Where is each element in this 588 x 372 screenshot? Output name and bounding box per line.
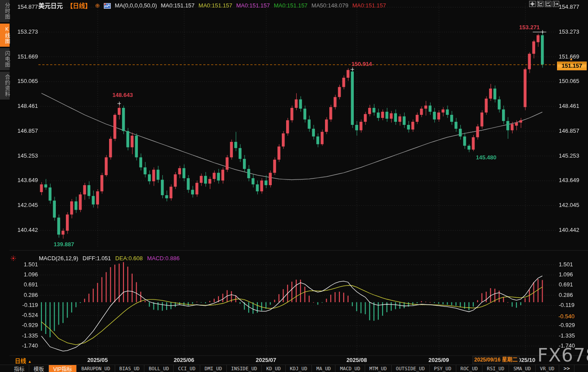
- price-axis-right-6: 145.253: [559, 152, 587, 159]
- bottom-tab-PSY_UD[interactable]: PSY_UD: [430, 365, 456, 372]
- price-axis-left-1: 153.273: [10, 28, 38, 35]
- add-indicator-icon[interactable]: ⊕: [95, 3, 100, 8]
- price-axis-right-3: 150.065: [559, 78, 587, 84]
- price-axis-left-9: 140.442: [10, 227, 38, 233]
- macd-diff-value: DIFF:1.051: [82, 255, 111, 262]
- bottom-tab-DMI_UD[interactable]: DMI_UD: [200, 365, 227, 372]
- macd-params-label: MACD(26,12,9): [39, 255, 78, 262]
- price-axis-left-0: 154.877: [10, 3, 38, 10]
- indicator-tab-bar: 指标模板VIP指标BARUPDN_UDBIAS_UDBOLL_UDCCI_UDD…: [0, 365, 588, 372]
- bottom-tab-SMA_UD[interactable]: SMA_UD: [509, 365, 536, 372]
- price-up-arrow-icon: ▲: [569, 57, 573, 61]
- macd-axis-right-2: 0.691: [559, 281, 587, 288]
- bottom-tab-INSIDE_UD[interactable]: INSIDE_UD: [227, 365, 262, 372]
- bottom-tab->>[interactable]: >>: [559, 365, 574, 372]
- price-axis-left-2: 151.669: [10, 53, 38, 60]
- price-annotation-150.914: 150.914: [352, 61, 372, 67]
- ma-legend-items: MA(0,0,0,0,50,0)MA0:151.157MA0:151.157MA…: [115, 2, 386, 9]
- month-label-2025/06: 2025/06: [167, 357, 202, 363]
- macd-axis-right-6: -0.929: [559, 322, 587, 328]
- bottom-tab-BARUPDN_UD[interactable]: BARUPDN_UD: [77, 365, 115, 372]
- bottom-tab-VR_UD[interactable]: VR_UD: [536, 365, 559, 372]
- crosshair-icon[interactable]: [529, 1, 536, 7]
- price-axis-right-8: 142.045: [559, 202, 587, 208]
- macd-axis-left-0: 1.501: [10, 261, 38, 268]
- ma-legend-2: MA0:151.157: [198, 2, 232, 9]
- indicator-settings-icon[interactable]: [10, 255, 16, 261]
- macd-axis-left-7: -1.335: [10, 332, 38, 339]
- fx678-watermark: FX678: [537, 344, 588, 366]
- ma-legend-5: MA50:148.079: [311, 2, 349, 9]
- price-annotation-139.887: 139.887: [46, 241, 81, 248]
- price-annotation-153.271: 153.271: [487, 24, 540, 31]
- ma-legend-3: MA0:151.157: [236, 2, 270, 9]
- month-label-2025/07: 2025/07: [249, 357, 284, 363]
- macd-axis-right-3: 0.286: [559, 292, 587, 298]
- sidebar-item-分时图[interactable]: 分时图: [0, 0, 10, 22]
- bottom-tab-OUTSIDE_UD[interactable]: OUTSIDE_UD: [392, 365, 430, 372]
- sidebar-item-闪电图[interactable]: 闪电图: [0, 48, 10, 70]
- bottom-tab-VIP指标[interactable]: VIP指标: [49, 365, 77, 372]
- bottom-tab-ROC_UD[interactable]: ROC_UD: [456, 365, 483, 372]
- bottom-tab-模板[interactable]: 模板: [29, 365, 49, 372]
- price-axis-left-6: 145.253: [10, 152, 38, 159]
- zoom-y-axis-icon[interactable]: [537, 1, 544, 7]
- zoom-x-axis-icon[interactable]: [545, 1, 551, 7]
- price-axis-right-5: 146.857: [559, 127, 587, 134]
- time-axis: 日线 ▲ 2025/09/16 星期二 2025/052025/062025/0…: [0, 356, 588, 365]
- month-label-2025/09: 2025/09: [421, 357, 456, 363]
- current-price-tag: 151.157: [557, 62, 587, 70]
- sidebar-item-合约资料[interactable]: 合约资料: [0, 72, 10, 100]
- candlestick-chart-canvas[interactable]: [0, 0, 588, 372]
- bottom-tab-RSI_UD[interactable]: RSI_UD: [482, 365, 509, 372]
- ma-legend-0: MA(0,0,0,0,50,0): [115, 2, 157, 9]
- price-axis-right-1: 153.273: [559, 28, 587, 35]
- sidebar-item-K线图[interactable]: K线图: [0, 24, 10, 47]
- macd-axis-left-1: 1.096: [10, 271, 38, 278]
- macd-axis-left-4: -0.119: [10, 302, 38, 308]
- bottom-tab-MACD_UD[interactable]: MACD_UD: [335, 365, 365, 372]
- bottom-tab-CCI_UD[interactable]: CCI_UD: [174, 365, 200, 372]
- macd-axis-right-4: -0.119: [559, 302, 587, 308]
- macd-axis-left-8: -1.740: [10, 342, 38, 349]
- fx678-chart-app: { "colors": { "up": "#e34a56", "down": "…: [0, 0, 588, 372]
- macd-indicator-header: MACD(26,12,9) DIFF:1.051 DEA:0.608 MACD:…: [10, 255, 180, 262]
- macd-axis-right-7: -1.335: [559, 332, 587, 339]
- price-axis-right-4: 148.461: [559, 103, 587, 109]
- macd-axis-left-3: 0.286: [10, 292, 38, 298]
- jump-to-latest-icon[interactable]: [553, 1, 559, 7]
- ma-legend-6: MA0:151.157: [352, 2, 386, 9]
- bottom-tab-指标[interactable]: 指标: [10, 365, 29, 372]
- macd-axis-right-0: 1.501: [559, 261, 587, 268]
- month-label-2025/05: 2025/05: [80, 357, 115, 363]
- bottom-tab-MA_UD[interactable]: MA_UD: [312, 365, 335, 372]
- price-annotation-145.480: 145.480: [476, 154, 496, 161]
- price-axis-right-9: 140.442: [559, 227, 587, 233]
- period-selector[interactable]: 日线 ▲: [15, 356, 32, 365]
- chart-toolbar: [529, 1, 559, 7]
- hovered-date-label: 2025/09/16 星期二: [472, 356, 520, 364]
- price-axis-left-7: 143.649: [10, 177, 38, 183]
- chart-header-legend: 美元日元 【日线】 ⊕ MA(0,0,0,0,50,0)MA0:151.157M…: [38, 1, 386, 9]
- month-label-2025/08: 2025/08: [339, 357, 374, 363]
- macd-axis-left-6: -0.929: [10, 322, 38, 328]
- price-annotation-148.643: 148.643: [105, 92, 140, 98]
- macd-axis-left-5: -0.524: [10, 312, 38, 318]
- symbol-title: 美元日元: [38, 1, 63, 10]
- bottom-tab-KD_UD[interactable]: KD_UD: [262, 365, 285, 372]
- macd-axis-right-1: 1.096: [559, 271, 587, 278]
- price-axis-right-0: 154.877: [559, 3, 587, 10]
- price-axis-right-7: 143.649: [559, 177, 587, 183]
- period-tag: 【日线】: [67, 1, 91, 10]
- chart-thumbnail-icon: [104, 3, 111, 8]
- bottom-tab-KDJ_UD[interactable]: KDJ_UD: [286, 365, 312, 372]
- bottom-tab-BOLL_UD[interactable]: BOLL_UD: [144, 365, 174, 372]
- bottom-tab-BIAS_UD[interactable]: BIAS_UD: [115, 365, 144, 372]
- chevron-up-icon: ▲: [28, 359, 32, 364]
- macd-hover-value-tag: -0.540: [557, 313, 582, 320]
- price-axis-left-5: 146.857: [10, 127, 38, 134]
- macd-dea-value: DEA:0.608: [115, 255, 143, 262]
- ma-legend-4: MA0:151.157: [274, 2, 308, 9]
- bottom-tab-MTM_UD[interactable]: MTM_UD: [365, 365, 392, 372]
- macd-axis-left-2: 0.691: [10, 281, 38, 288]
